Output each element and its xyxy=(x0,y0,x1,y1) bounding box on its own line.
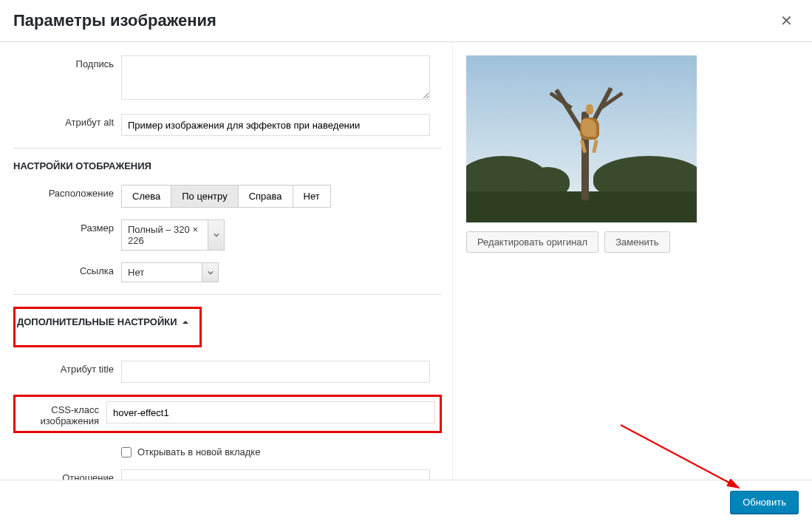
open-new-tab-checkbox[interactable] xyxy=(121,447,132,457)
settings-panel: Подпись Атрибут alt НАСТРОЙКИ ОТОБРАЖЕНИ… xyxy=(0,42,452,480)
dialog-header: Параметры изображения ✕ xyxy=(0,0,812,42)
close-button[interactable]: ✕ xyxy=(774,9,799,33)
replace-button[interactable]: Заменить xyxy=(604,231,669,253)
link-select[interactable]: Нет xyxy=(121,262,202,282)
align-left-button[interactable]: Слева xyxy=(121,185,171,208)
image-preview xyxy=(466,55,697,222)
dialog-footer: Обновить xyxy=(0,480,812,524)
title-attr-label: Атрибут title xyxy=(13,361,121,375)
highlight-css-class: CSS-класс изображения xyxy=(13,395,442,433)
alt-label: Атрибут alt xyxy=(13,114,121,128)
preview-panel: Редактировать оригинал Заменить xyxy=(452,42,812,480)
advanced-section-toggle[interactable]: ДОПОЛНИТЕЛЬНЫЕ НАСТРОЙКИ xyxy=(17,316,189,327)
align-label: Расположение xyxy=(13,185,121,199)
chevron-up-icon xyxy=(182,319,189,326)
size-label: Размер xyxy=(13,220,121,234)
dialog-title: Параметры изображения xyxy=(13,11,216,30)
css-class-img-label: CSS-класс изображения xyxy=(17,401,106,426)
update-button[interactable]: Обновить xyxy=(730,491,799,514)
align-group: Слева По центру Справа Нет xyxy=(121,185,442,208)
open-new-tab-label: Открывать в новой вкладке xyxy=(137,446,260,457)
title-attr-input[interactable] xyxy=(121,361,430,383)
chevron-down-icon xyxy=(214,232,219,238)
divider xyxy=(13,294,442,295)
align-none-button[interactable]: Нет xyxy=(293,185,331,208)
align-center-button[interactable]: По центру xyxy=(171,185,238,208)
chevron-down-icon xyxy=(208,270,214,276)
css-class-img-input[interactable] xyxy=(106,401,435,423)
alt-input[interactable] xyxy=(121,114,430,136)
link-dropdown-button[interactable] xyxy=(202,262,219,282)
caption-label: Подпись xyxy=(13,55,121,69)
advanced-section-title: ДОПОЛНИТЕЛЬНЫЕ НАСТРОЙКИ xyxy=(17,316,177,327)
caption-input[interactable] xyxy=(121,55,430,100)
display-section-title: НАСТРОЙКИ ОТОБРАЖЕНИЯ xyxy=(13,160,442,171)
close-icon: ✕ xyxy=(780,13,793,29)
relation-input[interactable] xyxy=(121,469,430,480)
size-select[interactable]: Полный – 320 × 226 xyxy=(121,220,208,251)
highlight-advanced-title: ДОПОЛНИТЕЛЬНЫЕ НАСТРОЙКИ xyxy=(13,307,202,347)
align-right-button[interactable]: Справа xyxy=(238,185,293,208)
size-dropdown-button[interactable] xyxy=(208,220,225,251)
edit-original-button[interactable]: Редактировать оригинал xyxy=(466,231,598,253)
link-label: Ссылка xyxy=(13,262,121,276)
relation-label: Отношение xyxy=(13,469,121,480)
divider xyxy=(13,148,442,149)
